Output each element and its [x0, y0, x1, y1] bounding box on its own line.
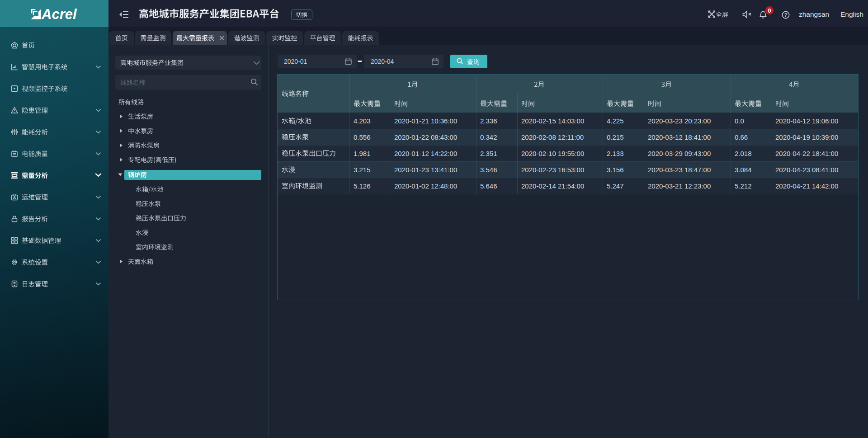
svg-text:0: 0: [768, 7, 771, 14]
svg-text:?: ?: [784, 12, 787, 18]
